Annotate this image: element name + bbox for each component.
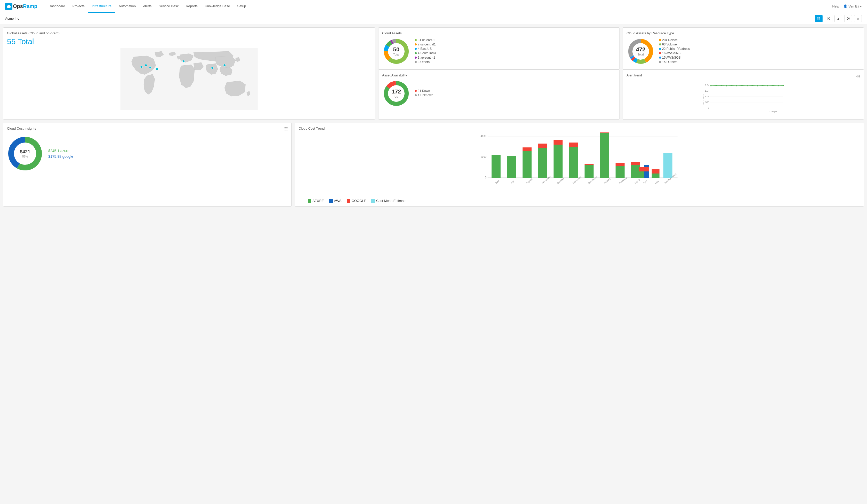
legend-label: 31 us-east-1: [418, 38, 435, 42]
cost-trend-chart: 4000 2000 0: [299, 132, 860, 197]
middle-panels: Asset Availability: [378, 69, 864, 120]
nav-alerts[interactable]: Alerts: [139, 0, 155, 13]
bar-google: [538, 144, 547, 148]
svg-point-50: [778, 85, 779, 87]
alert-trend-panel: Alert trend 4H 2.0k 1.5k 1.0k 500 0: [623, 69, 864, 120]
cloud-assets-label: Total: [393, 53, 399, 56]
legend-label: 152 Others: [662, 60, 677, 64]
legend-dot: [659, 61, 661, 63]
cloud-assets-panel: Cloud Assets: [378, 28, 620, 69]
svg-text:0: 0: [485, 176, 486, 179]
cloud-assets-legend: 31 us-east-1 7 us-central1 4 East US 4 S…: [415, 38, 436, 65]
svg-text:June: June: [494, 179, 500, 184]
bar-google: [616, 163, 624, 166]
map-btn[interactable]: ☼: [854, 15, 862, 22]
legend-dot: [415, 61, 417, 63]
legend-item: 1 ap-south-1: [415, 56, 436, 59]
resource-legend: 204 Device 63 Volume 22 Public IPAddress…: [659, 38, 690, 65]
cost-azure-label: $245.1 azure: [48, 149, 73, 153]
nav-infrastructure[interactable]: Infrastructure: [88, 0, 115, 13]
svg-point-48: [767, 85, 769, 87]
legend-dot: [415, 56, 417, 58]
bar-azure: [491, 155, 500, 178]
chart-view-btn[interactable]: ▲: [834, 15, 842, 22]
availability-label: Up: [392, 95, 401, 99]
svg-text:April: April: [642, 179, 647, 184]
legend-dot: [659, 48, 661, 50]
legend-item: 15 AWS/SQS: [659, 56, 690, 59]
nav-service-desk[interactable]: Service Desk: [155, 0, 182, 13]
bar-azure: [585, 165, 593, 178]
bar-google: [569, 143, 578, 147]
legend-aws-label: AWS: [334, 199, 342, 203]
svg-text:January: January: [603, 177, 611, 185]
legend-item: 204 Device: [659, 38, 690, 42]
help-link[interactable]: Help: [832, 4, 839, 8]
subbar: Acme Inc ☷ ⚒ ▲ ⚒ ☼: [0, 13, 867, 24]
bar-azure: [522, 151, 532, 178]
svg-point-47: [762, 85, 763, 86]
cloud-assets-resource-title: Cloud Assets by Resource Type: [627, 31, 860, 35]
alert-badge: 4H: [856, 75, 860, 78]
legend-dot: [659, 56, 661, 58]
legend-label: 16 AWS/SNS: [662, 51, 681, 55]
user-menu[interactable]: 👤 Ven Eti ▾: [843, 4, 862, 8]
svg-point-1: [140, 66, 142, 68]
legend-item: 31 us-east-1: [415, 38, 436, 42]
bar-google: [631, 162, 640, 165]
availability-donut-wrap: 172 Up 31 Down 1 Unknown: [382, 79, 616, 108]
legend-label: 3 Others: [418, 60, 430, 64]
main-content: Global Assets (Cloud and on-prem) 55 Tot…: [0, 24, 867, 210]
legend-dot: [415, 39, 417, 41]
cloud-assets-resource-donut-wrap: 472 Total 204 Device 63 Volume 22 Public…: [627, 37, 860, 66]
legend-estimate-color: [371, 199, 375, 203]
bar-azure: [538, 148, 547, 178]
nav-setup[interactable]: Setup: [234, 0, 249, 13]
tools-btn[interactable]: ⚒: [844, 15, 852, 22]
nav-dashboard[interactable]: Dashboard: [45, 0, 69, 13]
cost-labels: $245.1 azure $175.98 google: [48, 149, 73, 158]
legend-item: 31 Down: [415, 89, 433, 93]
alert-trend-title: Alert trend: [627, 73, 642, 77]
nav-automation[interactable]: Automation: [115, 0, 139, 13]
legend-aws: AWS: [329, 199, 342, 203]
svg-point-5: [182, 60, 185, 63]
grid-icon[interactable]: ☷: [284, 127, 288, 131]
svg-point-51: [783, 85, 784, 86]
svg-point-43: [741, 85, 743, 86]
svg-point-45: [752, 85, 753, 86]
bar-azure: [507, 156, 516, 178]
legend-item: 7 us-central1: [415, 43, 436, 46]
hierarchy-view-btn[interactable]: ⚒: [825, 15, 832, 22]
cloud-assets-resource-panel: Cloud Assets by Resource Type: [623, 28, 864, 69]
svg-text:4000: 4000: [481, 135, 486, 138]
resource-total: 472: [636, 46, 645, 53]
svg-text:0: 0: [708, 107, 709, 109]
cloud-assets-resource-donut: 472 Total: [627, 37, 655, 66]
bar-google: [553, 140, 563, 145]
legend-item: 4 East US: [415, 47, 436, 51]
svg-text:October: October: [556, 177, 565, 184]
svg-point-38: [716, 85, 717, 86]
nav-knowledge-base[interactable]: Knowledge Base: [201, 0, 234, 13]
cloud-cost-insights-title: Cloud Cost Insights: [7, 127, 288, 130]
bar-azure: [631, 165, 640, 178]
nav-reports[interactable]: Reports: [182, 0, 201, 13]
legend-label: 15 AWS/SQS: [662, 56, 681, 59]
svg-point-39: [721, 85, 722, 86]
svg-text:2000: 2000: [481, 155, 486, 158]
availability-donut: 172 Up: [382, 79, 410, 108]
svg-point-37: [710, 85, 712, 87]
legend-estimate: Cost Mean Estimate: [371, 199, 406, 203]
legend-google-color: [347, 199, 350, 203]
svg-point-44: [747, 85, 748, 87]
bar-azure: [569, 147, 578, 178]
nav-projects[interactable]: Projects: [69, 0, 88, 13]
svg-point-3: [149, 66, 152, 69]
legend-item: 16 AWS/SNS: [659, 51, 690, 55]
svg-point-4: [156, 68, 158, 70]
list-view-btn[interactable]: ☷: [815, 15, 823, 22]
logo[interactable]: OpsRamp: [5, 3, 37, 10]
legend-estimate-label: Cost Mean Estimate: [376, 199, 406, 203]
cloud-assets-donut: 50 Total: [382, 37, 410, 66]
